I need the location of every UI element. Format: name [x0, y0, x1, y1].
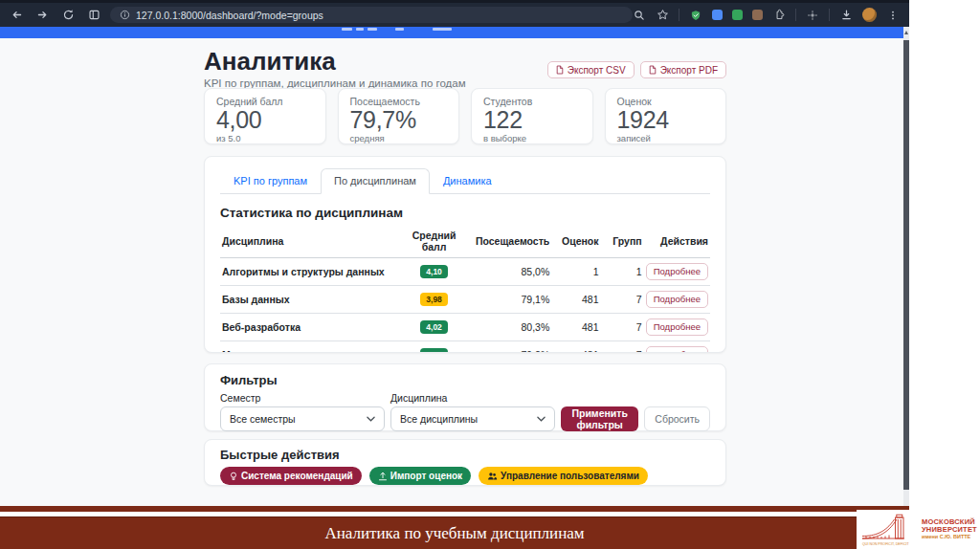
export-csv-button[interactable]: Экспорт CSV	[547, 61, 635, 78]
tab-dynamics[interactable]: Динамика	[430, 168, 505, 194]
scrollbar-thumb[interactable]	[903, 40, 909, 490]
side-panel-icon[interactable]	[87, 9, 100, 22]
url-bar[interactable]: 127.0.0.1:8000/dashboard/?mode=groups	[110, 7, 633, 23]
avg-badge: 4,02	[420, 320, 448, 334]
tab-kpi-groups[interactable]: KPI по группам	[220, 168, 321, 194]
table-row: Веб-разработка 4,02 80,3% 481 7 Подробне…	[220, 314, 710, 341]
browser-toolbar: 127.0.0.1:8000/dashboard/?mode=groups	[0, 0, 909, 27]
site-info-icon[interactable]	[120, 10, 130, 20]
extension-shield-icon[interactable]	[689, 9, 702, 22]
col-actions: Действия	[644, 227, 710, 258]
navbar-partial-glyph	[395, 28, 404, 31]
filters-card: Фильтры Семестр Все семестры Дисциплина …	[204, 363, 726, 431]
browser-toolbar-right	[633, 8, 900, 22]
filters-row: Семестр Все семестры Дисциплина Все дисц…	[220, 392, 710, 431]
cell-groups: 7	[601, 314, 644, 341]
quick-actions-card: Быстрые действия Система рекомендаций Им…	[204, 439, 726, 486]
semester-select[interactable]: Все семестры	[220, 406, 385, 431]
details-button[interactable]: Подробнее	[646, 291, 708, 308]
kpi-sub: из 5.0	[216, 133, 314, 143]
export-csv-label: Экспорт CSV	[568, 65, 626, 76]
logo-line3: имени С.Ю. ВИТТЕ	[922, 535, 977, 540]
url-text: 127.0.0.1:8000/dashboard/?mode=groups	[136, 10, 323, 21]
cell-discipline: Базы данных	[220, 286, 398, 314]
col-discipline: Дисциплина	[220, 227, 398, 258]
scroll-up-arrow[interactable]	[904, 31, 908, 34]
table-row: Алгоритмы и структуры данных 4,10 85,0% …	[220, 258, 710, 286]
navbar-partial-glyph	[342, 28, 352, 31]
cell-attendance: 85,0%	[471, 258, 552, 286]
profile-avatar[interactable]	[862, 8, 877, 22]
manage-users-button[interactable]: Управление пользователями	[479, 467, 648, 485]
details-button[interactable]: Подробнее	[646, 346, 708, 353]
toolbar-misc-icon[interactable]	[806, 9, 819, 22]
kpi-card-grades: Оценок 1924 записей	[605, 88, 727, 144]
cell-grades: 481	[551, 286, 600, 314]
table-row: Базы данных 3,98 79,1% 481 7 Подробнее	[220, 286, 710, 314]
col-attendance: Посещаемость	[471, 227, 552, 258]
import-grades-button[interactable]: Импорт оценок	[369, 467, 471, 485]
recommendations-button[interactable]: Система рекомендаций	[220, 467, 362, 485]
university-logo: QUI NON PROFICIT, DEFICIT МОСКОВСКИЙ УНИ…	[857, 510, 980, 549]
filters-heading: Фильтры	[220, 373, 710, 387]
reset-filters-button[interactable]: Сбросить	[644, 406, 710, 431]
recommendations-label: Система рекомендаций	[241, 471, 353, 481]
discipline-select-value: Все дисциплины	[400, 413, 478, 425]
cell-grades: 481	[551, 341, 600, 354]
kpi-sub: средняя	[350, 133, 448, 143]
tab-disciplines[interactable]: По дисциплинам	[321, 168, 430, 194]
forward-icon[interactable]	[35, 9, 49, 22]
scrollbar[interactable]	[903, 27, 909, 506]
footer-banner: Аналитика по учебным дисциплинам	[0, 516, 980, 549]
file-icon	[649, 65, 657, 75]
content-container: Аналитика KPI по группам, дисциплинам и …	[204, 48, 726, 506]
bookmark-star-icon[interactable]	[656, 9, 669, 22]
reload-icon[interactable]	[61, 9, 75, 22]
page-header: Аналитика KPI по группам, дисциплинам и …	[204, 48, 726, 92]
tab-bar: KPI по группам По дисциплинам Динамика	[220, 168, 710, 194]
kpi-value: 122	[483, 107, 581, 133]
navbar-partial-glyph	[368, 28, 377, 31]
details-button[interactable]: Подробнее	[646, 318, 708, 336]
logo-motto: QUI NON PROFICIT, DEFICIT	[862, 541, 910, 545]
extensions-puzzle-icon[interactable]	[772, 9, 786, 22]
kpi-card-attendance: Посещаемость 79,7% средняя	[338, 88, 460, 144]
discipline-label: Дисциплина	[390, 392, 555, 404]
menu-dots-icon[interactable]	[886, 9, 900, 22]
export-buttons: Экспорт CSV Экспорт PDF	[547, 61, 726, 78]
manage-users-label: Управление пользователями	[501, 471, 639, 481]
col-groups: Групп	[601, 227, 644, 258]
cell-attendance: 80,3%	[471, 314, 552, 341]
extension-blue-icon[interactable]	[712, 10, 723, 20]
cell-attendance: 79,1%	[471, 286, 552, 314]
chevron-down-icon	[537, 416, 546, 422]
back-icon[interactable]	[10, 9, 23, 22]
logo-line2: УНИВЕРСИТЕТ	[922, 526, 977, 534]
page-footer-sliver	[0, 506, 909, 512]
table-heading: Статистика по дисциплинам	[220, 206, 710, 220]
extension-brown-icon[interactable]	[752, 10, 763, 20]
cell-groups: 7	[601, 341, 644, 354]
download-icon[interactable]	[839, 9, 853, 22]
search-icon[interactable]	[633, 9, 646, 22]
avg-badge: 3,98	[420, 293, 448, 306]
table-row: Математика 4,01 79,2% 481 7 Подробнее	[220, 341, 710, 354]
details-button[interactable]: Подробнее	[646, 263, 708, 280]
export-pdf-button[interactable]: Экспорт PDF	[640, 61, 726, 78]
extension-green-icon[interactable]	[732, 10, 743, 20]
export-pdf-label: Экспорт PDF	[660, 65, 718, 76]
avg-badge: 4,01	[420, 348, 448, 353]
quick-actions-heading: Быстрые действия	[220, 448, 710, 462]
file-icon	[556, 65, 564, 75]
cell-discipline: Веб-разработка	[220, 314, 398, 341]
chevron-down-icon	[367, 416, 375, 422]
university-logo-text: МОСКОВСКИЙ УНИВЕРСИТЕТ имени С.Ю. ВИТТЕ	[922, 518, 977, 540]
discipline-select[interactable]: Все дисциплины	[390, 406, 555, 431]
cell-grades: 481	[551, 314, 600, 341]
kpi-sub: в выборке	[483, 133, 581, 143]
semester-label: Семестр	[220, 392, 385, 404]
kpi-value: 4,00	[216, 107, 314, 133]
discipline-filter: Дисциплина Все дисциплины	[390, 392, 555, 431]
disciplines-card: KPI по группам По дисциплинам Динамика С…	[204, 156, 726, 353]
apply-filters-button[interactable]: Применить фильтры	[561, 406, 638, 431]
